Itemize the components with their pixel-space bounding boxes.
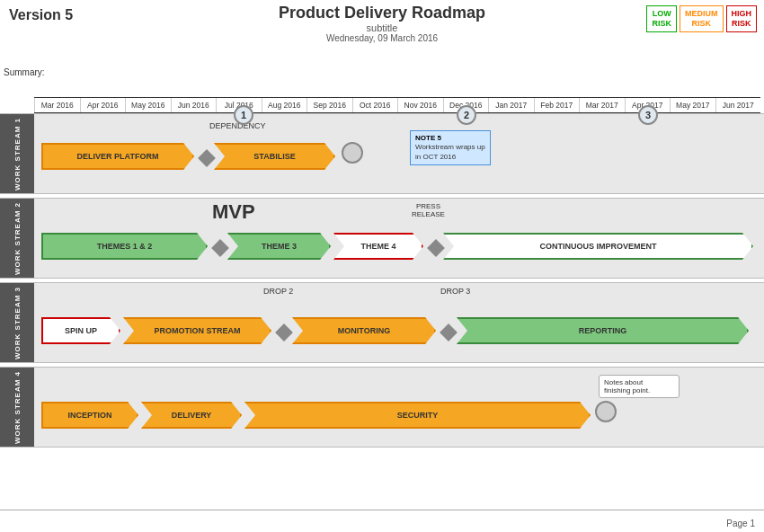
ws3-label-container: WORK STREAM 3 — [0, 283, 34, 362]
ws1-note5-title: NOTE 5 — [415, 134, 485, 143]
month-sep2016: Sep 2016 — [306, 98, 352, 112]
ws2-diamond-1 — [211, 239, 229, 257]
ws1-note5-text: Workstream wraps up in OCT 2016 — [415, 143, 485, 162]
milestone-3: 3 — [638, 105, 658, 125]
ws3-monitoring: MONITORING — [292, 317, 436, 344]
month-jun2017: Jun 2017 — [715, 98, 761, 112]
ws4-label-container: WORK STREAM 4 — [0, 368, 34, 447]
workstream-4-row: WORK STREAM 4 Notes aboutfinishing point… — [0, 367, 764, 448]
ws1-stabilise: STABILISE — [214, 143, 335, 170]
ws3-diamond-2 — [440, 324, 458, 341]
ws2-label: WORK STREAM 2 — [13, 202, 22, 275]
ws2-themes12: THEMES 1 & 2 — [41, 233, 208, 260]
page-number: Page 1 — [726, 519, 755, 528]
ws1-diamond-1 — [198, 149, 216, 167]
ws4-circle-1 — [595, 401, 617, 422]
header: Version 5 Product Delivery Roadmap subti… — [0, 0, 764, 49]
ws1-label: WORK STREAM 1 — [13, 118, 22, 191]
risk-medium: MEDIUMRISK — [680, 5, 724, 32]
subtitle: subtitle — [279, 22, 485, 33]
ws2-diamond-shape-2 — [427, 239, 445, 257]
risk-boxes: LOWRISK MEDIUMRISK HIGHRISK — [646, 5, 757, 32]
ws3-label: WORK STREAM 3 — [13, 287, 22, 359]
workstream-3-row: WORK STREAM 3 DROP 2 DROP 3 SPIN UP PROM… — [0, 282, 764, 363]
ws3-drop3-label: DROP 3 — [440, 287, 470, 296]
ws2-diamond-2 — [427, 239, 445, 257]
version-label: Version 5 — [9, 7, 73, 23]
ws4-content: Notes aboutfinishing point. INCEPTION DE… — [34, 368, 764, 447]
ws3-diamond-shape-1 — [275, 324, 293, 341]
ws2-theme3: THEME 3 — [227, 233, 331, 260]
milestone-1: 1 — [234, 105, 253, 125]
ws4-label: WORK STREAM 4 — [13, 371, 22, 444]
page-footer: Page 1 — [726, 519, 755, 528]
ws3-drop2-label: DROP 2 — [263, 287, 293, 296]
summary-label: Summary: — [4, 67, 45, 77]
month-aug2016: Aug 2016 — [262, 98, 307, 112]
ws1-deliver-platform: DELIVER PLATFORM — [41, 143, 194, 170]
ws3-diamond-shape-2 — [440, 324, 458, 341]
ws4-balloon-note: Notes aboutfinishing point. — [599, 375, 680, 398]
month-may2016: May 2016 — [125, 98, 171, 112]
month-mar2017: Mar 2017 — [579, 98, 625, 112]
ws3-promotion-stream: PROMOTION STREAM — [123, 317, 271, 344]
ws2-continuous-improvement: CONTINUOUS IMPROVEMENT — [443, 233, 753, 260]
workstream-1-row: WORK STREAM 1 DEPENDENCY DELIVER PLATFOR… — [0, 113, 764, 194]
footer-line — [0, 510, 764, 511]
main-title: Product Delivery Roadmap — [279, 4, 485, 22]
ws2-diamond-shape-1 — [211, 239, 229, 257]
month-mar2016: Mar 2016 — [34, 98, 80, 112]
ws3-reporting: REPORTING — [457, 317, 749, 344]
risk-low: LOWRISK — [646, 5, 677, 32]
milestone-2: 2 — [457, 105, 476, 125]
month-nov2016: Nov 2016 — [397, 98, 443, 112]
ws2-press-release: PRESSRELEASE — [412, 202, 445, 218]
month-feb2017: Feb 2017 — [534, 98, 580, 112]
workstream-2-row: WORK STREAM 2 MVP PRESSRELEASE THEMES 1 … — [0, 198, 764, 279]
month-jun2016: Jun 2016 — [171, 98, 217, 112]
month-may2017: May 2017 — [670, 98, 715, 112]
month-jan2017: Jan 2017 — [488, 98, 534, 112]
ws3-content: DROP 2 DROP 3 SPIN UP PROMOTION STREAM M… — [34, 283, 764, 362]
risk-high: HIGHRISK — [726, 5, 758, 32]
ws3-diamond-1 — [275, 324, 293, 341]
ws2-mvp-label: MVP — [212, 200, 255, 224]
ws4-inception: INCEPTION — [41, 402, 138, 429]
page-container: { "header": { "version": "Version 5", "t… — [0, 0, 764, 532]
month-apr2016: Apr 2016 — [80, 98, 126, 112]
ws1-circle-1 — [342, 142, 363, 164]
ws4-security: SECURITY — [244, 402, 591, 429]
ws1-diamond-shape-1 — [198, 149, 216, 167]
ws3-spin-up: SPIN UP — [41, 317, 120, 344]
ws1-note5: NOTE 5 Workstream wraps up in OCT 2016 — [410, 130, 491, 165]
ws2-content: MVP PRESSRELEASE THEMES 1 & 2 THEME 3 TH… — [34, 199, 764, 278]
month-oct2016: Oct 2016 — [352, 98, 398, 112]
title-block: Product Delivery Roadmap subtitle Wednes… — [279, 4, 485, 43]
ws2-theme4: THEME 4 — [333, 233, 423, 260]
ws1-content: DEPENDENCY DELIVER PLATFORM STABILISE NO… — [34, 114, 764, 193]
ws2-label-container: WORK STREAM 2 — [0, 199, 34, 278]
ws4-delivery: DELIVERY — [141, 402, 242, 429]
date-text: Wednesday, 09 March 2016 — [279, 33, 485, 43]
ws1-label-container: WORK STREAM 1 — [0, 114, 34, 193]
